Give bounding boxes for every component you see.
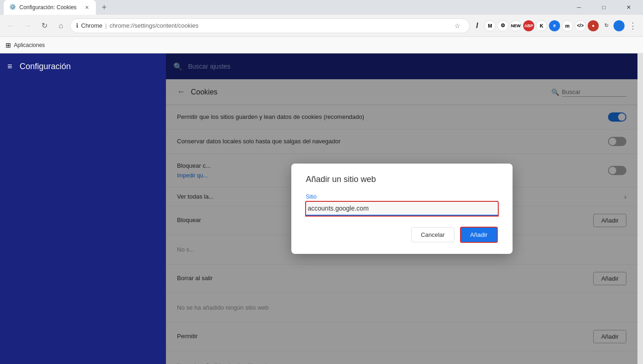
tab-favicon: ⚙️ [9,4,17,11]
ext-m-icon[interactable]: m [562,20,573,31]
ext-code-icon[interactable]: </> [575,20,586,31]
nav-extensions: I M ⚙ NEW ABP K e m </> ● ↻ 👤 ⋮ [472,19,639,32]
scrollbar[interactable] [637,53,643,364]
dialog-actions: Cancelar Añadir [306,227,498,243]
apps-grid-icon: ⊞ [6,41,11,49]
ext-profile-icon[interactable]: 👤 [614,20,625,31]
bookmark-button[interactable]: ☆ [451,19,464,32]
ext-i-icon[interactable]: I [472,20,483,31]
back-button[interactable]: ← [4,18,18,33]
site-name: Chrome [81,22,102,29]
forward-button[interactable]: → [20,18,35,33]
title-bar: ⚙️ Configuración: Cookies ✕ + ─ □ ✕ [0,0,643,15]
url-text: chrome://settings/content/cookies [110,22,448,29]
ext-refresh2-icon[interactable]: ↻ [601,20,612,31]
add-website-dialog: Añadir un sitio web Sitio Cancelar Añadi… [291,164,513,254]
cancel-button[interactable]: Cancelar [411,227,454,242]
ext-new-icon[interactable]: NEW [510,20,521,31]
security-icon: ℹ [76,22,78,29]
hamburger-icon[interactable]: ≡ [7,62,12,71]
maximize-button[interactable]: □ [593,0,614,15]
ext-vpn-icon[interactable]: ● [588,20,599,31]
add-button[interactable]: Añadir [460,227,498,243]
new-tab-button[interactable]: + [98,1,111,14]
bookmarks-bar: ⊞ Aplicaciones [0,37,643,53]
main-content: ≡ Configuración 🔍 Buscar ajustes ← Cooki… [0,53,643,364]
refresh-button[interactable]: ↻ [37,18,52,33]
sidebar-title: Configuración [20,62,71,71]
url-divider: | [105,22,106,29]
modal-overlay: Añadir un sitio web Sitio Cancelar Añadi… [166,53,637,364]
site-input[interactable] [306,202,498,216]
dialog-input-wrapper [306,202,498,216]
apps-label[interactable]: Aplicaciones [14,42,45,48]
home-button[interactable]: ⌂ [53,18,68,33]
browser-tab[interactable]: ⚙️ Configuración: Cookies ✕ [4,0,96,15]
dialog-field: Sitio [306,194,498,216]
ext-abp-icon[interactable]: ABP [523,20,534,31]
title-bar-left: ⚙️ Configuración: Cookies ✕ + [4,0,111,15]
ext-e-icon[interactable]: e [549,20,560,31]
close-button[interactable]: ✕ [618,0,639,15]
ext-k-icon[interactable]: K [536,20,547,31]
address-bar[interactable]: ℹ Chrome | chrome://settings/content/coo… [70,18,470,33]
sidebar-header: ≡ Configuración [0,53,166,79]
tab-title: Configuración: Cookies [19,4,80,11]
settings-area: 🔍 Buscar ajustes ← Cookies 🔍 Permitir qu… [166,53,637,364]
ext-gear-icon[interactable]: ⚙ [497,20,508,31]
dialog-field-label: Sitio [306,194,498,200]
minimize-button[interactable]: ─ [568,0,590,15]
tab-close-button[interactable]: ✕ [83,4,90,11]
ext-gmail-icon[interactable]: M [484,20,496,31]
chrome-menu-button[interactable]: ⋮ [626,19,639,32]
window-controls: ─ □ ✕ [568,0,639,15]
dialog-title: Añadir un sitio web [306,175,498,184]
navigation-bar: ← → ↻ ⌂ ℹ Chrome | chrome://settings/con… [0,15,643,37]
settings-sidebar: ≡ Configuración [0,53,166,364]
